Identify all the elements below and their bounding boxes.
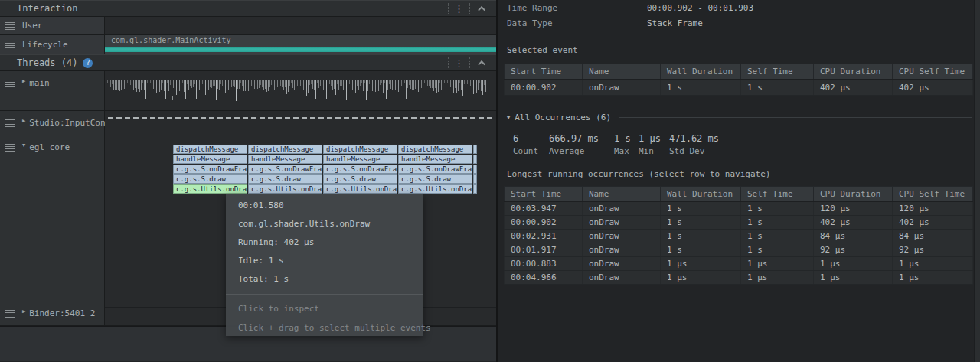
- table-cell: 402 µs: [893, 80, 973, 96]
- flame-frame-block[interactable]: [473, 145, 477, 154]
- lifecycle-event-label: com.gl.shader.MainActivity: [105, 35, 496, 44]
- flame-frame-block[interactable]: handleMessage: [398, 155, 472, 164]
- drag-handle-icon[interactable]: [5, 310, 15, 318]
- more-options-icon[interactable]: ⋮: [454, 58, 464, 68]
- collapse-section-icon[interactable]: [478, 60, 485, 67]
- vertical-scrollbar[interactable]: [974, 0, 980, 362]
- table-cell: 00:03.947: [505, 202, 583, 216]
- flame-frame-block[interactable]: c.g.s.Utils.onDraw: [398, 184, 472, 194]
- tooltip-hint-inspect: Click to inspect: [238, 304, 411, 314]
- flame-frame-block[interactable]: c.g.s.S.draw: [173, 174, 247, 184]
- column-header[interactable]: Self Time: [741, 187, 814, 202]
- stat-stddev-value: 471.62 ms: [669, 133, 719, 144]
- flame-frame-block[interactable]: c.g.s.S.onDrawFrame: [323, 165, 397, 174]
- more-options-icon[interactable]: ⋮: [454, 4, 464, 14]
- column-header[interactable]: Wall Duration: [661, 64, 741, 80]
- column-header[interactable]: CPU Duration: [814, 64, 893, 80]
- column-header[interactable]: CPU Self Time: [893, 64, 973, 80]
- flame-frame-block[interactable]: [473, 174, 477, 184]
- flame-frame-block[interactable]: c.g.s.Utils.onDraw: [323, 184, 397, 194]
- flame-frame-block[interactable]: c.g.s.S.onDrawFrame: [248, 165, 322, 174]
- lifecycle-track-row: Lifecycle com.gl.shader.MainActivity: [0, 35, 496, 54]
- table-row[interactable]: 00:02.931onDraw1 s1 s84 µs84 µs: [505, 230, 973, 243]
- column-header[interactable]: CPU Self Time: [893, 187, 973, 202]
- flame-frame-block[interactable]: c.g.s.Utils.onDraw: [173, 184, 247, 194]
- collapse-thread-icon[interactable]: ▼: [22, 142, 25, 148]
- expand-thread-icon[interactable]: ▶: [22, 78, 25, 84]
- trace-panel: Interaction ⋮ User Lifecycle com.gl.shad…: [0, 0, 498, 362]
- flame-frame-block[interactable]: [473, 184, 477, 194]
- flame-frame-block[interactable]: dispatchMessage: [173, 145, 247, 154]
- table-row[interactable]: 00:03.947onDraw1 s1 s120 µs120 µs: [505, 202, 973, 216]
- user-track-area[interactable]: [105, 17, 496, 34]
- column-header[interactable]: CPU Duration: [814, 187, 893, 202]
- flame-frame-block[interactable]: dispatchMessage: [248, 145, 322, 154]
- call-stack-flame-chart[interactable]: dispatchMessagehandleMessagec.g.s.S.onDr…: [173, 145, 477, 194]
- stat-stddev: 471.62 ms Std Dev: [669, 133, 719, 156]
- collapse-occurrences-icon[interactable]: ▼: [507, 115, 510, 121]
- flame-frame-block[interactable]: [473, 155, 477, 164]
- tooltip-running-time: Running: 402 µs: [238, 237, 411, 247]
- flame-frame-block[interactable]: handleMessage: [248, 155, 322, 164]
- expand-thread-icon[interactable]: ▶: [22, 308, 25, 315]
- table-header-row[interactable]: Start TimeNameWall DurationSelf TimeCPU …: [505, 187, 973, 202]
- table-row[interactable]: 00:04.966onDraw1 µs1 µs1 µs1 µs: [505, 271, 973, 285]
- column-header[interactable]: Start Time: [505, 64, 583, 80]
- table-cell: 1 µs: [741, 271, 814, 285]
- lifecycle-track-area[interactable]: com.gl.shader.MainActivity: [105, 35, 496, 54]
- flame-frame-block[interactable]: [473, 165, 477, 174]
- thread-activity-chart[interactable]: [107, 80, 490, 99]
- trace-event-tick: [250, 97, 250, 101]
- data-type-label: Data Type: [507, 18, 647, 28]
- column-header[interactable]: Self Time: [741, 64, 814, 80]
- table-cell: 00:04.966: [505, 271, 583, 285]
- flame-frame-block[interactable]: c.g.s.S.onDrawFrame: [173, 165, 247, 174]
- table-cell: onDraw: [583, 257, 661, 271]
- egl-thread-label-cell[interactable]: ▼ egl_core: [0, 135, 105, 302]
- flame-frame-block[interactable]: c.g.s.S.draw: [398, 174, 472, 184]
- flame-frame-block[interactable]: c.g.s.S.onDrawFrame: [398, 165, 472, 174]
- lifecycle-activity-bar[interactable]: [105, 47, 496, 52]
- table-row[interactable]: 00:00.902onDraw1 s1 s402 µs402 µs: [505, 216, 973, 230]
- flame-frame-block[interactable]: dispatchMessage: [398, 145, 472, 154]
- drag-handle-icon[interactable]: [5, 144, 15, 152]
- lifecycle-track-label-cell[interactable]: Lifecycle: [0, 35, 105, 54]
- expand-thread-icon[interactable]: ▶: [22, 118, 25, 124]
- interaction-section-header[interactable]: Interaction ⋮: [0, 0, 496, 17]
- drag-handle-icon[interactable]: [5, 41, 15, 48]
- column-header[interactable]: Name: [583, 64, 661, 80]
- table-header-row[interactable]: Start TimeNameWall DurationSelf TimeCPU …: [505, 64, 973, 80]
- table-row[interactable]: 00:00.883onDraw1 µs1 µs1 µs1 µs: [505, 257, 973, 271]
- drag-handle-icon[interactable]: [5, 22, 15, 30]
- time-range-value: 00:00.902 - 00:01.903: [647, 3, 753, 13]
- thread-state-strip: [108, 117, 492, 119]
- user-track-label-cell[interactable]: User: [0, 17, 105, 34]
- main-thread-track-area[interactable]: [105, 71, 496, 110]
- table-cell: onDraw: [583, 271, 661, 285]
- flame-frame-block[interactable]: handleMessage: [173, 155, 247, 164]
- column-header[interactable]: Name: [583, 187, 661, 202]
- all-occurrences-header[interactable]: ▼ All Occurrences (6): [507, 113, 972, 122]
- flame-frame-block[interactable]: handleMessage: [323, 155, 397, 164]
- table-row[interactable]: 00:01.917onDraw1 s1 s92 µs92 µs: [505, 243, 973, 257]
- flame-frame-block[interactable]: c.g.s.Utils.onDraw: [248, 184, 322, 194]
- drag-handle-icon[interactable]: [5, 80, 15, 87]
- inputcon-thread-track-area[interactable]: [105, 111, 496, 135]
- inputcon-thread-label-cell[interactable]: ▶ Studio:InputCon: [0, 111, 105, 135]
- flame-occurrence-column: [473, 145, 476, 194]
- table-cell: 120 µs: [893, 202, 973, 216]
- column-header[interactable]: Start Time: [505, 187, 583, 202]
- flame-frame-block[interactable]: c.g.s.S.draw: [323, 174, 397, 184]
- drag-handle-icon[interactable]: [5, 119, 15, 127]
- binder-thread-label-cell[interactable]: ▶ Binder:5401_2: [0, 302, 105, 325]
- flame-frame-block[interactable]: dispatchMessage: [323, 145, 397, 154]
- column-header[interactable]: Wall Duration: [661, 187, 741, 202]
- help-icon[interactable]: ?: [83, 58, 93, 68]
- flame-frame-block[interactable]: c.g.s.S.draw: [248, 174, 322, 184]
- collapse-section-icon[interactable]: [478, 5, 485, 13]
- table-row[interactable]: 00:00.902onDraw1 s1 s402 µs402 µs: [505, 80, 973, 96]
- threads-section-header[interactable]: Threads (4) ? ⋮: [0, 54, 496, 71]
- main-thread-label-cell[interactable]: ▶ main: [0, 71, 105, 110]
- user-track-row: User: [0, 17, 496, 35]
- flame-occurrence-column: dispatchMessagehandleMessagec.g.s.S.onDr…: [398, 145, 472, 194]
